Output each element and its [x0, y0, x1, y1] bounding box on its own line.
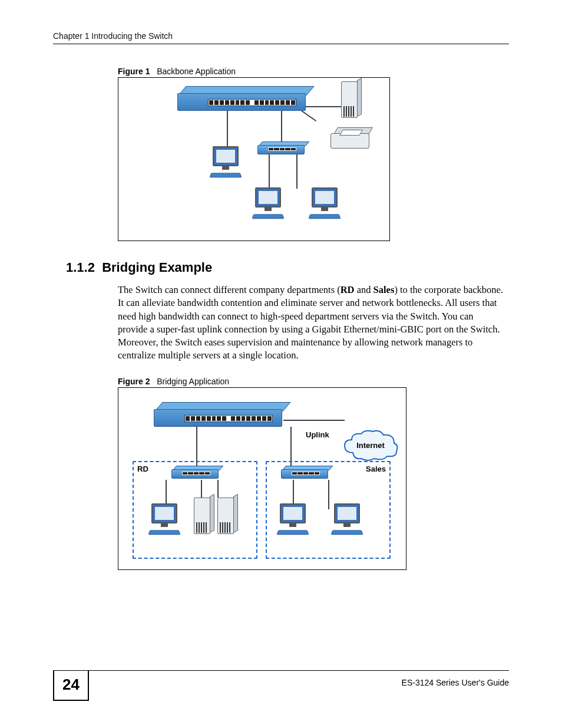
page-number: 24	[53, 671, 89, 701]
section-title: Bridging Example	[102, 260, 212, 275]
switch-icon	[177, 86, 313, 112]
figure1-caption: Figure 1 Backbone Application	[118, 67, 509, 76]
internet-cloud-icon: Internet	[341, 429, 400, 462]
figure2-caption: Figure 2 Bridging Application	[118, 377, 509, 386]
figure2-caption-text: Bridging Application	[157, 377, 229, 386]
printer-icon	[330, 127, 374, 151]
server-tower-icon	[217, 498, 237, 536]
hub-icon	[171, 466, 222, 480]
section-heading: 1.1.2 Bridging Example	[66, 260, 509, 275]
rd-label: RD	[137, 465, 148, 473]
server-tower-icon	[194, 498, 214, 536]
pc-icon	[252, 187, 287, 222]
pc-icon	[308, 187, 343, 222]
uplink-label: Uplink	[306, 430, 329, 439]
figure1-caption-text: Backbone Application	[157, 67, 236, 76]
sales-label: Sales	[366, 465, 386, 473]
figure2-diagram: Uplink Internet RD Sales	[118, 387, 406, 570]
switch-icon	[154, 402, 289, 428]
pc-icon	[330, 503, 366, 538]
guide-title: ES-3124 Series User's Guide	[402, 676, 509, 687]
pc-icon	[148, 503, 183, 538]
figure1-label: Figure 1	[118, 67, 150, 76]
internet-label: Internet	[341, 441, 400, 450]
hub-icon	[281, 466, 332, 480]
pc-icon	[209, 146, 244, 180]
figure2-label: Figure 2	[118, 377, 150, 386]
figure1-diagram	[118, 77, 390, 241]
hub-icon	[257, 141, 308, 156]
section-body: The Switch can connect different company…	[118, 284, 503, 363]
section-number: 1.1.2	[66, 260, 95, 275]
chapter-title: Chapter 1 Introducing the Switch	[53, 31, 173, 41]
pc-icon	[276, 503, 312, 538]
page-footer: 24 ES-3124 Series User's Guide	[53, 670, 509, 701]
server-tower-icon	[341, 81, 361, 120]
